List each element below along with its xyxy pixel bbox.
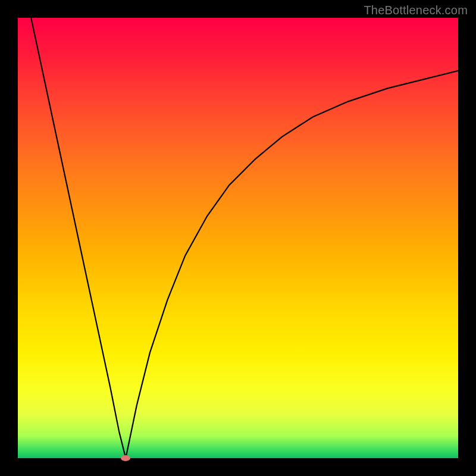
bottleneck-curve	[18, 18, 458, 458]
chart-frame: TheBottleneck.com	[0, 0, 476, 476]
watermark-text: TheBottleneck.com	[364, 4, 468, 17]
curve-vertex-marker	[121, 455, 130, 461]
plot-area	[18, 18, 458, 458]
